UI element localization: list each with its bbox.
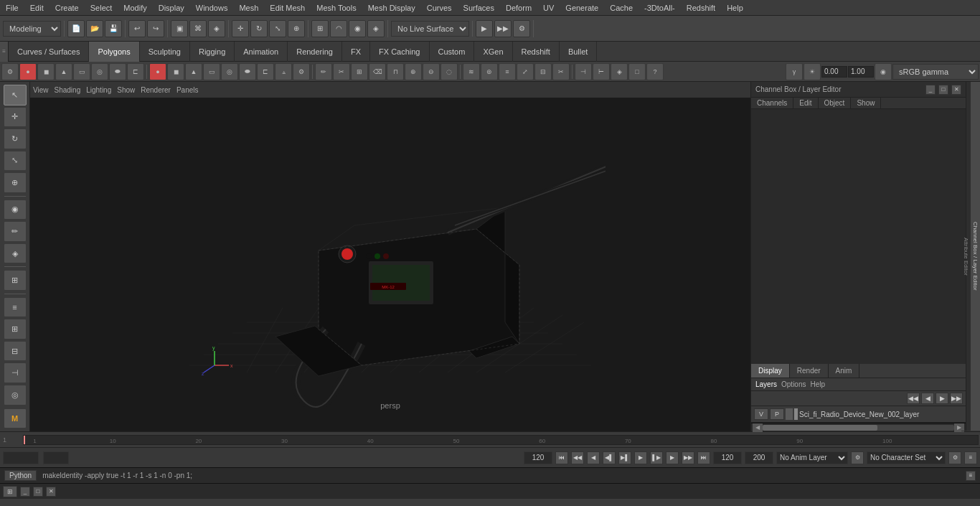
tab-bullet[interactable]: Bullet [560, 42, 598, 62]
panels-menu[interactable]: Panels [176, 86, 199, 94]
move-btn[interactable]: ✛ [232, 20, 249, 37]
cb-close-btn[interactable]: ✕ [951, 85, 961, 95]
tab-custom[interactable]: Custom [430, 42, 475, 62]
scale-btn[interactable]: ⤡ [269, 20, 286, 37]
cut-sew-btn[interactable]: ✂ [552, 63, 570, 80]
live-surface-dropdown[interactable]: No Live Surface [391, 21, 469, 37]
cb-minimize-btn[interactable]: _ [925, 85, 936, 95]
mirror-btn[interactable]: ⊣ [575, 63, 592, 80]
crease-tool-btn[interactable]: ≡ [4, 297, 27, 318]
tab-redshift[interactable]: Redshift [513, 42, 560, 62]
maya-logo-btn[interactable]: M [4, 408, 27, 429]
next-key-btn[interactable]: ▌▶ [650, 451, 663, 464]
scale-tool-btn[interactable]: ⤡ [4, 151, 27, 172]
show-tab[interactable]: Show [851, 98, 881, 108]
sphere-icon-btn[interactable]: ● [19, 63, 37, 80]
rotate-btn[interactable]: ↻ [250, 20, 268, 37]
poly-cyl-btn[interactable]: ⬬ [239, 63, 256, 80]
poly-helix-btn[interactable]: ⟁ [275, 63, 292, 80]
show-manip-btn[interactable]: ◈ [4, 243, 27, 264]
python-label[interactable]: Python [4, 470, 37, 481]
poly-plane-btn[interactable]: ▭ [203, 63, 220, 80]
tab-polygons[interactable]: Polygons [89, 42, 139, 62]
layer-prev-btn[interactable]: ◀ [921, 393, 934, 404]
tab-bar-handle[interactable]: ≡ [0, 42, 9, 62]
menu-file[interactable]: File [0, 2, 24, 14]
tab-curves-surfaces[interactable]: Curves / Surfaces [9, 42, 89, 62]
cylinder-icon-btn[interactable]: ⬬ [109, 63, 126, 80]
anim-layer-dropdown[interactable]: No Anim Layer [776, 451, 848, 464]
play-back-btn[interactable]: ▶▌ [618, 451, 631, 464]
render-settings-btn[interactable]: ⚙ [513, 20, 530, 37]
menu-uv[interactable]: UV [537, 2, 560, 14]
crease-btn[interactable]: ≡ [499, 63, 516, 80]
target-weld-btn[interactable]: ⊚ [481, 63, 498, 80]
poly-sphere-btn[interactable]: ● [149, 63, 166, 80]
poly-gear-btn[interactable]: ⚙ [293, 63, 310, 80]
tab-xgen[interactable]: XGen [474, 42, 512, 62]
color-space-icon[interactable]: ◉ [875, 63, 892, 80]
display-tab[interactable]: Display [751, 364, 790, 378]
save-btn[interactable]: 💾 [105, 20, 122, 37]
snap-curve-btn[interactable]: ◠ [330, 20, 347, 37]
poly-pipe-btn[interactable]: ⊏ [257, 63, 274, 80]
ipr-btn[interactable]: ▶▶ [494, 20, 512, 37]
symmetry-btn[interactable]: ⊢ [593, 63, 610, 80]
char-set-settings-btn[interactable]: ⚙ [948, 451, 961, 464]
universal-manip-btn[interactable]: ⊕ [4, 172, 27, 193]
close-window-btn[interactable]: ✕ [46, 487, 56, 497]
status-icon-btn[interactable]: ≡ [966, 471, 976, 481]
open-btn[interactable]: 📂 [86, 20, 103, 37]
poly-cube-btn[interactable]: ◼ [167, 63, 184, 80]
rotate-tool-btn[interactable]: ↻ [4, 128, 27, 149]
scroll-track[interactable] [763, 425, 954, 431]
step-fwd-btn[interactable]: ▶▶ [682, 451, 694, 464]
minimize-window-btn[interactable]: _ [20, 487, 30, 497]
edit-tab[interactable]: Edit [793, 98, 818, 108]
xray-btn[interactable]: ◈ [611, 63, 628, 80]
menu-windows[interactable]: Windows [190, 2, 234, 14]
attribute-editor-tab[interactable]: Attribute Editor [961, 82, 971, 431]
relax-btn[interactable]: ≋ [463, 63, 480, 80]
redo-btn[interactable]: ↪ [147, 20, 164, 37]
tab-animation[interactable]: Animation [235, 42, 288, 62]
menu-generate[interactable]: Generate [560, 2, 604, 14]
tab-rendering[interactable]: Rendering [288, 42, 342, 62]
paint-btn[interactable]: ✏ [4, 221, 27, 242]
mode-dropdown[interactable]: Modeling Rigging Animation FX Rendering [3, 21, 61, 37]
render-btn[interactable]: ▶ [476, 20, 493, 37]
wireframe-btn[interactable]: □ [628, 63, 646, 80]
render-tab[interactable]: Render [790, 364, 829, 378]
menu-surfaces[interactable]: Surfaces [458, 2, 500, 14]
tab-fx[interactable]: FX [342, 42, 370, 62]
color-space-dropdown[interactable]: sRGB gamma [892, 64, 979, 80]
show-menu[interactable]: Show [117, 86, 135, 94]
prev-frame-btn[interactable]: ◀ [587, 451, 600, 464]
menu-mesh[interactable]: Mesh [233, 2, 264, 14]
poly-cone-btn[interactable]: ▲ [185, 63, 202, 80]
bridge-btn[interactable]: ⊓ [387, 63, 404, 80]
new-scene-btn[interactable]: 📄 [67, 20, 85, 37]
menu-create[interactable]: Create [50, 2, 85, 14]
snap-point-btn[interactable]: ◉ [349, 20, 366, 37]
menu-mesh-display[interactable]: Mesh Display [362, 2, 421, 14]
separate-btn[interactable]: ⊖ [423, 63, 440, 80]
view-menu[interactable]: View [33, 86, 49, 94]
eye-btn[interactable]: ◎ [4, 385, 27, 406]
layers-submenu[interactable]: Layers [755, 380, 777, 388]
options-submenu[interactable]: Options [781, 380, 806, 388]
playback-end[interactable] [713, 451, 742, 464]
viewport[interactable]: View Shading Lighting Show Renderer Pane… [30, 82, 750, 431]
universal-btn[interactable]: ⊕ [288, 20, 305, 37]
prev-key-btn[interactable]: ◀▌ [603, 451, 616, 464]
window-icon-btn[interactable]: ⊞ [3, 486, 17, 497]
menu-edit-mesh[interactable]: Edit Mesh [264, 2, 311, 14]
channels-tab[interactable]: Channels [751, 98, 793, 108]
scroll-thumb[interactable] [763, 425, 877, 431]
plus-minus-btn[interactable]: ⊞ [4, 319, 27, 339]
layer-visibility-btn[interactable]: V [754, 408, 768, 420]
multi-cut-btn[interactable]: ✂ [333, 63, 350, 80]
gamma-value[interactable] [848, 66, 874, 78]
menu-curves[interactable]: Curves [421, 2, 458, 14]
exposure-value[interactable] [821, 66, 847, 78]
